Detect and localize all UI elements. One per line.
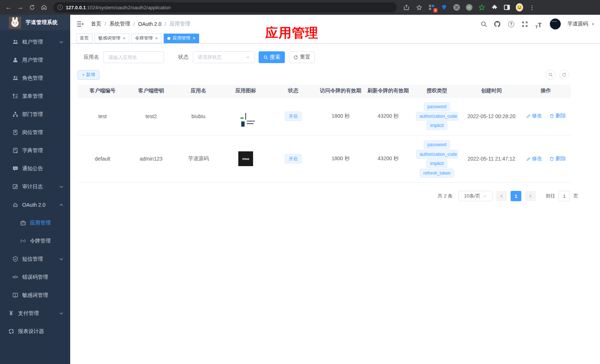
sidebar-item-tenant[interactable]: 租户管理 <box>0 33 70 51</box>
github-link-button[interactable] <box>492 19 502 29</box>
search-button[interactable]: 搜索 <box>259 51 285 63</box>
sidebar-item-dept[interactable]: 部门管理 <box>0 105 70 123</box>
chevron-up-icon <box>59 203 64 207</box>
shield-check-icon <box>12 256 18 262</box>
help-button[interactable]: ? <box>506 19 516 29</box>
sidebar-item-report-designer[interactable]: 报表设计器 <box>0 322 70 340</box>
grant-type-tag: refresh_token <box>420 169 454 178</box>
status-badge: 开启 <box>285 111 302 121</box>
fullscreen-button[interactable] <box>519 19 530 29</box>
sidebar-item-oauth[interactable]: OAuth 2.0 <box>0 196 70 214</box>
star-icon <box>416 4 422 11</box>
sidebar-logo[interactable]: 芋道管理系统 <box>0 15 70 30</box>
sidebar-item-notice[interactable]: 通知公告 <box>0 159 70 178</box>
breadcrumb-system[interactable]: 系统管理 <box>109 21 130 27</box>
sidebar-item-audit-log[interactable]: 审计日志 <box>0 178 70 196</box>
sidebar-item-label: 报表设计器 <box>18 328 44 335</box>
logo-rabbit-icon <box>9 17 21 29</box>
profile-button[interactable] <box>516 4 523 11</box>
sidebar-item-label: 角色管理 <box>22 75 43 82</box>
next-page-button[interactable] <box>525 191 536 201</box>
goto-page-input[interactable] <box>559 191 570 201</box>
breadcrumb-home[interactable]: 首页 <box>91 21 101 27</box>
grant-type-tag: password <box>424 102 450 111</box>
close-icon[interactable]: × <box>155 36 158 41</box>
extensions-menu-button[interactable] <box>491 4 498 11</box>
sidebar-item-oauth-token[interactable]: 令牌管理 <box>0 232 70 250</box>
extension-badge: 9 <box>433 8 437 13</box>
chevron-down-icon <box>59 185 64 189</box>
text-size-small-icon: T <box>535 25 538 29</box>
close-icon[interactable]: × <box>192 36 195 41</box>
extension-command-button[interactable]: ⌘ <box>453 4 460 11</box>
breadcrumb-oauth[interactable]: OAuth 2.0 <box>138 21 161 27</box>
reset-button-label: 重置 <box>300 54 310 61</box>
close-icon[interactable]: × <box>123 36 126 41</box>
sidebar-item-role[interactable]: 角色管理 <box>0 69 70 87</box>
cell-client-id: test <box>78 97 127 135</box>
add-button[interactable]: + 新增 <box>78 70 99 80</box>
grant-type-tag: authorization_code <box>416 112 458 121</box>
sidebar-item-sensitive-word[interactable]: 敏感词管理 <box>0 286 70 304</box>
site-info-icon[interactable]: i <box>58 5 63 10</box>
browser-menu-button[interactable]: ⋮ <box>528 4 536 11</box>
sidebar-item-post[interactable]: 岗位管理 <box>0 123 70 141</box>
user-avatar[interactable] <box>550 18 561 30</box>
chevron-down-icon <box>59 257 64 261</box>
tab-token[interactable]: 令牌管理 × <box>132 34 162 43</box>
page-number-button[interactable]: 1 <box>511 191 521 201</box>
app-name-input[interactable] <box>103 51 164 63</box>
extension-record-button[interactable] <box>466 4 473 11</box>
share-button[interactable] <box>403 4 410 11</box>
sidebar-item-error-code[interactable]: </> 错误码管理 <box>0 268 70 286</box>
github-icon <box>494 20 501 28</box>
side-panel-button[interactable] <box>503 4 511 11</box>
sidebar-item-oauth-application[interactable]: 应用管理 <box>0 214 70 232</box>
extension-tabs-button[interactable]: 9 <box>428 4 435 11</box>
dictionary-icon <box>12 148 18 154</box>
sidebar-item-label: 字典管理 <box>22 147 43 154</box>
header-search-button[interactable] <box>478 19 489 29</box>
sidebar-item-dict[interactable]: 字典管理 <box>0 141 70 159</box>
grant-type-tag: implicit <box>426 121 447 130</box>
user-menu-caret-icon[interactable]: ▾ <box>592 22 594 27</box>
sidebar-item-label: OAuth 2.0 <box>22 202 45 208</box>
browser-home-button[interactable] <box>38 2 50 13</box>
browser-back-button[interactable]: ← <box>3 2 14 13</box>
tab-sensitive-word[interactable]: 敏感词管理 × <box>95 34 129 43</box>
reset-button[interactable]: 重置 <box>289 51 315 63</box>
tab-home[interactable]: 首页 <box>76 34 92 43</box>
collapse-sidebar-button[interactable] <box>76 20 84 28</box>
edit-link[interactable]: 修改 <box>526 155 542 162</box>
bookmark-button[interactable] <box>415 4 423 11</box>
browser-forward-button[interactable]: → <box>15 2 26 13</box>
users-icon <box>12 39 18 45</box>
edit-link[interactable]: 修改 <box>526 113 542 119</box>
show-search-toggle-button[interactable] <box>546 70 556 80</box>
green-star-extension-icon <box>478 4 485 11</box>
delete-link[interactable]: 删除 <box>549 113 566 119</box>
extension-star-button[interactable] <box>478 4 485 11</box>
edit-label: 修改 <box>532 113 542 119</box>
sidebar-item-payment[interactable]: ¥ 支付管理 <box>0 304 70 322</box>
refresh-table-button[interactable] <box>559 70 569 80</box>
browser-reload-button[interactable] <box>27 2 38 13</box>
extension-gem-button[interactable] <box>440 4 448 11</box>
col-client-secret: 客户端密钥 <box>127 85 175 97</box>
sidebar-item-user[interactable]: 用户管理 <box>0 51 70 69</box>
table-row: test test2 biubiu 开启 1800 秒 43200 秒 pass… <box>78 97 571 135</box>
font-size-button[interactable]: TT <box>533 19 543 29</box>
address-bar[interactable]: i 127.0.0.1:1024/system/oauth2/oauth2/ap… <box>53 2 397 13</box>
delete-link[interactable]: 删除 <box>549 155 566 162</box>
breadcrumb: 首页 / 系统管理 / OAuth 2.0 / 应用管理 <box>91 21 190 27</box>
sidebar-item-sms[interactable]: 短信管理 <box>0 250 70 268</box>
tab-label: 应用管理 <box>173 35 190 41</box>
page-size-select[interactable]: 10条/页 <box>458 191 492 201</box>
sidebar-item-menu[interactable]: 菜单管理 <box>0 87 70 105</box>
prev-page-button[interactable] <box>496 191 507 201</box>
code-icon: </> <box>12 274 18 280</box>
tab-application[interactable]: 应用管理 × <box>164 34 199 43</box>
main-area: 应用管理 首页 / 系统管理 / OAuth 2.0 / 应用管理 <box>70 15 600 364</box>
status-select[interactable]: 请选择状态 <box>193 51 255 63</box>
col-status: 状态 <box>269 85 317 97</box>
